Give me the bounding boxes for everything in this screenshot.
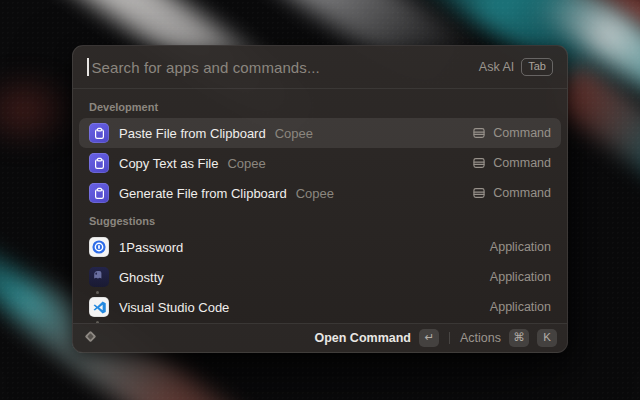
command-type-icon [472, 156, 486, 170]
clipboard-icon [89, 153, 109, 173]
item-subtitle: Copee [227, 156, 265, 171]
1password-icon [89, 237, 109, 257]
ghostty-icon [89, 267, 109, 287]
item-accessory: Application [490, 300, 551, 314]
return-keycap: ↵ [419, 329, 439, 347]
list-item-1password[interactable]: 1Password Application [79, 232, 561, 262]
item-title: Visual Studio Code [119, 300, 229, 315]
section-header-development: Development [79, 94, 561, 118]
list-item-paste-file-from-clipboard[interactable]: Paste File from Clipboard Copee Command [79, 118, 561, 148]
item-accessory: Command [472, 186, 551, 200]
ask-ai-label: Ask AI [479, 60, 514, 74]
command-type-icon [472, 186, 486, 200]
item-type-label: Application [490, 300, 551, 314]
list-item-visual-studio-code[interactable]: Visual Studio Code Application [79, 292, 561, 322]
item-subtitle: Copee [296, 186, 334, 201]
list-item-ghostty[interactable]: Ghostty Application [79, 262, 561, 292]
item-type-label: Command [493, 156, 551, 170]
k-keycap: K [537, 329, 557, 347]
item-accessory: Application [490, 240, 551, 254]
item-accessory: Application [490, 270, 551, 284]
text-caret [87, 58, 89, 76]
raycast-icon [83, 329, 98, 348]
item-title: Paste File from Clipboard [119, 126, 266, 141]
open-command-button[interactable]: Open Command [314, 331, 411, 345]
ask-ai-button[interactable]: Ask AI Tab [479, 58, 553, 76]
item-type-label: Application [490, 240, 551, 254]
search-input[interactable]: Search for apps and commands... [92, 59, 479, 76]
item-type-label: Command [493, 186, 551, 200]
item-title: 1Password [119, 240, 183, 255]
clipboard-icon [89, 183, 109, 203]
list-item-generate-file-from-clipboard[interactable]: Generate File from Clipboard Copee Comma… [79, 178, 561, 208]
item-type-label: Command [493, 126, 551, 140]
item-accessory: Command [472, 126, 551, 140]
wallpaper-streak [0, 70, 80, 150]
item-accessory: Command [472, 156, 551, 170]
item-title: Generate File from Clipboard [119, 186, 287, 201]
action-bar: Open Command ↵ Actions ⌘ K [73, 323, 567, 352]
running-indicator-dot [96, 321, 99, 323]
actions-button[interactable]: Actions [460, 331, 501, 345]
clipboard-icon [89, 123, 109, 143]
results-list: Development Paste File from Clipboard Co… [73, 89, 567, 323]
footer-divider [449, 332, 450, 344]
list-item-copy-text-as-file[interactable]: Copy Text as File Copee Command [79, 148, 561, 178]
command-keycap: ⌘ [509, 329, 529, 347]
search-bar[interactable]: Search for apps and commands... Ask AI T… [73, 46, 567, 89]
raycast-launcher-window: Search for apps and commands... Ask AI T… [72, 45, 568, 353]
section-header-suggestions: Suggestions [79, 208, 561, 232]
item-subtitle: Copee [275, 126, 313, 141]
item-type-label: Application [490, 270, 551, 284]
tab-keycap: Tab [521, 58, 553, 76]
command-type-icon [472, 126, 486, 140]
item-title: Copy Text as File [119, 156, 218, 171]
vscode-icon [89, 297, 109, 317]
item-title: Ghostty [119, 270, 164, 285]
